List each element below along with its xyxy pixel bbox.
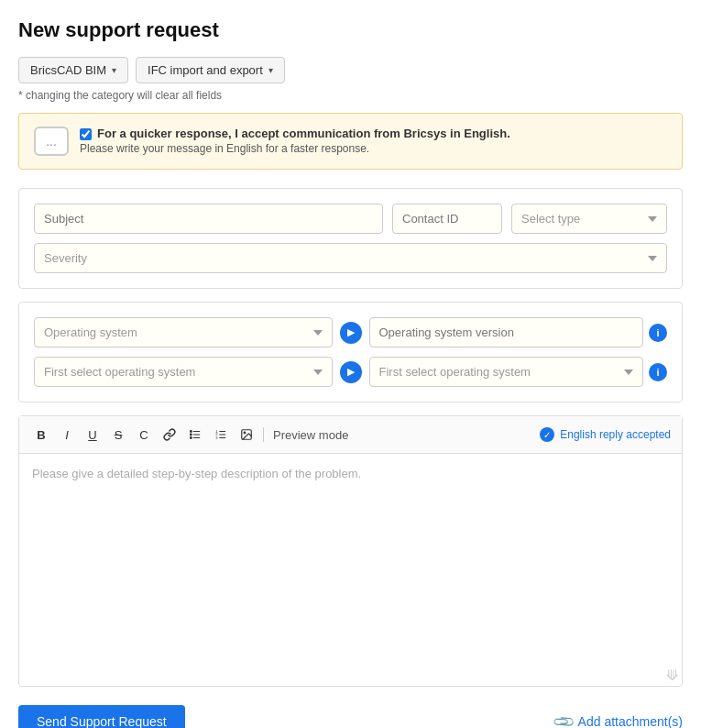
italic-button[interactable]: I bbox=[56, 424, 78, 446]
subject-field-wrap bbox=[34, 204, 383, 234]
toolbar-separator bbox=[263, 427, 264, 442]
os-row-2: First select operating system ▶ First se… bbox=[34, 357, 667, 387]
svg-point-5 bbox=[190, 437, 192, 439]
code-button[interactable]: C bbox=[133, 424, 155, 446]
editor-body[interactable]: Please give a detailed step-by-step desc… bbox=[19, 454, 682, 665]
resize-handle[interactable]: ⟱ bbox=[19, 665, 682, 686]
editor-toolbar: B I U S C 1 2 3 bbox=[19, 416, 682, 454]
os-section: Operating system ▶ i First select operat… bbox=[18, 302, 683, 403]
editor-section: B I U S C 1 2 3 bbox=[18, 415, 683, 687]
category-warning: * changing the category will clear all f… bbox=[18, 89, 683, 102]
type-field-wrap: Select type bbox=[511, 204, 667, 234]
os-row-1: Operating system ▶ i bbox=[34, 317, 667, 347]
paperclip-icon: 📎 bbox=[551, 709, 576, 728]
english-badge: ✓ English reply accepted bbox=[540, 427, 671, 442]
editor-placeholder: Please give a detailed step-by-step desc… bbox=[32, 467, 361, 480]
svg-text:3: 3 bbox=[215, 436, 218, 440]
svg-point-3 bbox=[190, 431, 192, 433]
add-attachment-button[interactable]: 📎 Add attachment(s) bbox=[554, 713, 683, 729]
os-sub-select[interactable]: First select operating system bbox=[34, 357, 333, 387]
svg-point-4 bbox=[190, 434, 192, 436]
os-select-wrap: Operating system bbox=[34, 317, 333, 347]
os-select[interactable]: Operating system bbox=[34, 317, 333, 347]
send-support-request-button[interactable]: Send Support Request bbox=[18, 705, 185, 728]
bold-button[interactable]: B bbox=[30, 424, 52, 446]
os-sub-arrow-button[interactable]: ▶ bbox=[340, 361, 362, 383]
banner-bold-text: For a quicker response, I accept communi… bbox=[97, 127, 510, 140]
preview-mode-button[interactable]: Preview mode bbox=[269, 428, 352, 442]
contact-id-input[interactable] bbox=[392, 204, 502, 234]
chat-icon: ... bbox=[34, 127, 69, 156]
severity-select[interactable]: Severity bbox=[34, 243, 667, 273]
os-arrow-button[interactable]: ▶ bbox=[340, 322, 362, 344]
underline-button[interactable]: U bbox=[82, 424, 104, 446]
english-badge-text: English reply accepted bbox=[560, 428, 671, 441]
image-button[interactable] bbox=[235, 424, 257, 446]
unordered-list-button[interactable] bbox=[184, 424, 206, 446]
chevron-down-icon: ▾ bbox=[112, 65, 116, 75]
category-secondary-label: IFC import and export bbox=[148, 63, 263, 77]
chevron-down-icon-2: ▾ bbox=[268, 65, 273, 75]
category-secondary-button[interactable]: IFC import and export ▾ bbox=[136, 57, 285, 83]
os-sub-info-icon[interactable]: i bbox=[649, 363, 667, 381]
category-buttons: BricsCAD BIM ▾ IFC import and export ▾ bbox=[18, 57, 683, 83]
os-version-wrap: i bbox=[369, 317, 668, 347]
os-version-input[interactable] bbox=[369, 317, 644, 347]
os-sub-version-select[interactable]: First select operating system bbox=[369, 357, 644, 387]
main-form-section: Select type Severity bbox=[18, 188, 683, 289]
svg-point-13 bbox=[244, 432, 246, 434]
add-attachment-label: Add attachment(s) bbox=[578, 714, 683, 728]
os-version-info-icon[interactable]: i bbox=[649, 324, 667, 342]
subject-row: Select type bbox=[34, 204, 667, 234]
subject-input[interactable] bbox=[34, 204, 383, 234]
banner-sub-text: Please write your message in English for… bbox=[80, 142, 510, 155]
link-button[interactable] bbox=[159, 424, 181, 446]
category-primary-label: BricsCAD BIM bbox=[30, 63, 106, 77]
os-sub-select-wrap: First select operating system bbox=[34, 357, 333, 387]
strikethrough-button[interactable]: S bbox=[107, 424, 129, 446]
category-primary-button[interactable]: BricsCAD BIM ▾ bbox=[18, 57, 128, 83]
ordered-list-button[interactable]: 1 2 3 bbox=[210, 424, 232, 446]
check-circle-icon: ✓ bbox=[540, 427, 554, 442]
contact-id-field-wrap bbox=[392, 204, 502, 234]
type-select[interactable]: Select type bbox=[511, 204, 667, 234]
page-title: New support request bbox=[18, 18, 683, 42]
os-sub-version-wrap: First select operating system i bbox=[369, 357, 668, 387]
bottom-bar: Send Support Request 📎 Add attachment(s) bbox=[18, 700, 683, 728]
info-banner: ... For a quicker response, I accept com… bbox=[18, 113, 683, 170]
english-checkbox[interactable] bbox=[80, 128, 92, 140]
banner-text: For a quicker response, I accept communi… bbox=[80, 127, 510, 155]
severity-row: Severity bbox=[34, 243, 667, 273]
